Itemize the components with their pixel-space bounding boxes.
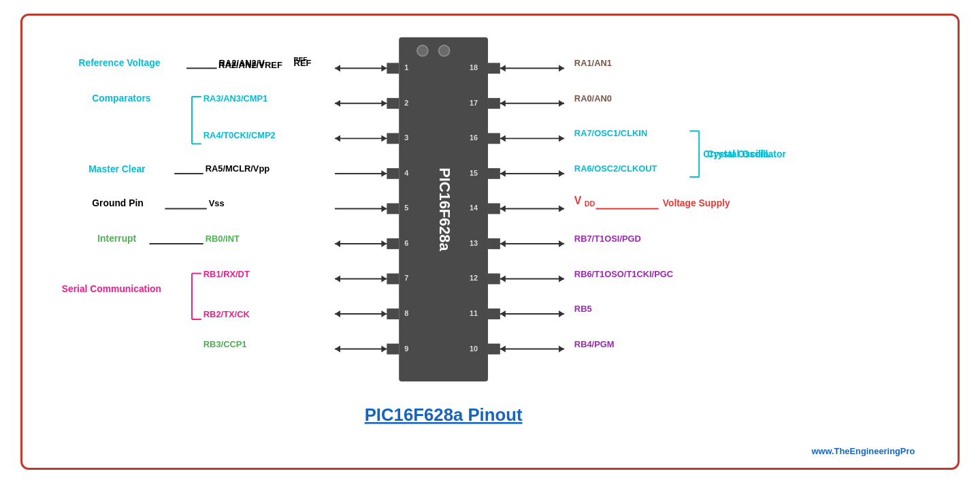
svg-text:RA5/MCLR/Vpp: RA5/MCLR/Vpp bbox=[206, 163, 270, 174]
svg-marker-85 bbox=[559, 276, 564, 283]
svg-text:9: 9 bbox=[404, 345, 408, 353]
svg-text:10: 10 bbox=[470, 345, 478, 353]
svg-text:V: V bbox=[574, 195, 582, 206]
svg-rect-6 bbox=[387, 98, 399, 109]
svg-text:RA4/T0CKI/CMP2: RA4/T0CKI/CMP2 bbox=[203, 130, 276, 140]
svg-rect-34 bbox=[488, 274, 500, 285]
svg-marker-66 bbox=[500, 65, 506, 71]
svg-marker-87 bbox=[500, 310, 506, 317]
svg-marker-54 bbox=[381, 240, 387, 247]
svg-marker-81 bbox=[500, 240, 506, 247]
svg-text:Ground Pin: Ground Pin bbox=[92, 197, 143, 208]
svg-rect-20 bbox=[387, 344, 399, 355]
svg-text:Reference Voltage: Reference Voltage bbox=[78, 57, 160, 68]
svg-marker-72 bbox=[500, 135, 506, 142]
pin1-signal: RA2/AN2/VREF bbox=[218, 59, 282, 71]
svg-rect-0 bbox=[399, 37, 488, 381]
svg-text:5: 5 bbox=[404, 204, 408, 212]
svg-text:15: 15 bbox=[470, 169, 478, 177]
svg-text:RB3/CCP1: RB3/CCP1 bbox=[203, 339, 247, 349]
diagram-container: PIC16F628a 1 2 3 4 5 6 7 8 9 18 bbox=[20, 14, 960, 470]
svg-text:4: 4 bbox=[404, 169, 408, 177]
svg-marker-61 bbox=[335, 310, 340, 317]
svg-marker-57 bbox=[381, 276, 387, 283]
svg-text:RB6/T1OSO/T1CKI/PGC: RB6/T1OSO/T1CKI/PGC bbox=[574, 269, 673, 279]
svg-text:DD: DD bbox=[585, 199, 595, 208]
svg-text:Master Clear: Master Clear bbox=[88, 163, 146, 174]
svg-rect-18 bbox=[387, 308, 399, 319]
svg-text:RB5: RB5 bbox=[574, 304, 592, 314]
svg-marker-76 bbox=[559, 170, 564, 177]
svg-rect-4 bbox=[387, 63, 399, 74]
svg-text:PIC16F628a: PIC16F628a bbox=[436, 167, 453, 251]
svg-marker-91 bbox=[559, 346, 564, 353]
svg-marker-75 bbox=[500, 170, 506, 177]
svg-marker-78 bbox=[500, 205, 506, 212]
diagram-svg: PIC16F628a 1 2 3 4 5 6 7 8 9 18 bbox=[22, 16, 958, 468]
svg-marker-88 bbox=[559, 310, 564, 317]
svg-marker-47 bbox=[381, 135, 387, 142]
svg-rect-38 bbox=[488, 344, 500, 355]
svg-text:RB7/T1OSI/PGD: RB7/T1OSI/PGD bbox=[574, 234, 641, 244]
svg-text:13: 13 bbox=[470, 239, 478, 247]
svg-text:3: 3 bbox=[404, 133, 408, 142]
svg-text:www.TheEngineeringPro: www.TheEngineeringPro bbox=[811, 446, 915, 456]
svg-text:16: 16 bbox=[470, 133, 478, 142]
crystal-osc-label: Crystal Oscillator bbox=[707, 148, 786, 160]
svg-text:RA6/OSC2/CLKOUT: RA6/OSC2/CLKOUT bbox=[574, 163, 657, 174]
svg-marker-41 bbox=[381, 65, 387, 71]
svg-text:RB0/INT: RB0/INT bbox=[206, 234, 240, 244]
svg-text:17: 17 bbox=[470, 99, 478, 107]
svg-text:Vss: Vss bbox=[209, 198, 225, 208]
svg-marker-67 bbox=[559, 65, 564, 71]
svg-text:12: 12 bbox=[470, 274, 478, 282]
svg-rect-36 bbox=[488, 308, 500, 319]
svg-text:RA3/AN3/CMP1: RA3/AN3/CMP1 bbox=[203, 93, 267, 103]
svg-marker-58 bbox=[335, 276, 340, 283]
svg-marker-64 bbox=[335, 346, 340, 353]
svg-marker-45 bbox=[335, 100, 340, 107]
svg-text:PIC16F628a Pinout: PIC16F628a Pinout bbox=[365, 405, 523, 424]
svg-point-2 bbox=[439, 46, 450, 57]
svg-marker-73 bbox=[559, 135, 564, 142]
svg-text:REF: REF bbox=[294, 58, 312, 68]
svg-text:11: 11 bbox=[470, 309, 478, 317]
svg-text:18: 18 bbox=[470, 63, 478, 71]
svg-rect-22 bbox=[488, 63, 500, 74]
svg-marker-50 bbox=[381, 170, 387, 177]
svg-rect-28 bbox=[488, 168, 500, 179]
svg-text:Serial Communication: Serial Communication bbox=[62, 283, 161, 294]
svg-text:2: 2 bbox=[404, 99, 408, 107]
svg-text:6: 6 bbox=[404, 239, 408, 247]
svg-marker-42 bbox=[335, 65, 340, 71]
svg-marker-48 bbox=[335, 135, 340, 142]
svg-marker-52 bbox=[381, 205, 387, 212]
svg-marker-70 bbox=[559, 100, 564, 107]
svg-text:RA0/AN0: RA0/AN0 bbox=[574, 93, 612, 103]
svg-text:1: 1 bbox=[404, 63, 408, 71]
svg-text:7: 7 bbox=[404, 274, 408, 282]
svg-rect-24 bbox=[488, 98, 500, 109]
svg-rect-32 bbox=[488, 238, 500, 249]
svg-rect-30 bbox=[488, 204, 500, 214]
svg-rect-10 bbox=[387, 168, 399, 179]
svg-marker-90 bbox=[500, 346, 506, 353]
svg-text:Interrupt: Interrupt bbox=[97, 233, 136, 244]
svg-marker-82 bbox=[559, 240, 564, 247]
svg-text:RB4/PGM: RB4/PGM bbox=[574, 339, 615, 349]
svg-point-1 bbox=[417, 46, 428, 57]
svg-text:RB1/RX/DT: RB1/RX/DT bbox=[203, 269, 250, 279]
svg-text:Voltage Supply: Voltage Supply bbox=[663, 197, 730, 208]
svg-marker-44 bbox=[381, 100, 387, 107]
svg-text:RA1/AN1: RA1/AN1 bbox=[574, 58, 612, 68]
svg-text:8: 8 bbox=[404, 309, 408, 317]
svg-text:Comparators: Comparators bbox=[92, 93, 151, 103]
svg-rect-26 bbox=[488, 133, 500, 144]
svg-marker-79 bbox=[559, 205, 564, 212]
svg-rect-14 bbox=[387, 238, 399, 249]
svg-text:RA7/OSC1/CLKIN: RA7/OSC1/CLKIN bbox=[574, 128, 647, 138]
svg-rect-16 bbox=[387, 274, 399, 285]
svg-marker-84 bbox=[500, 276, 506, 283]
svg-text:14: 14 bbox=[470, 204, 478, 212]
svg-marker-69 bbox=[500, 100, 506, 107]
